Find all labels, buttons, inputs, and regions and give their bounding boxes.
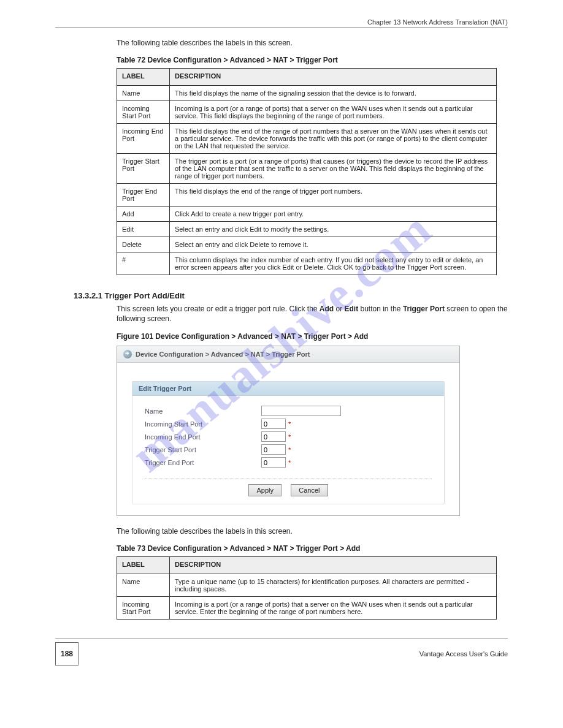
cancel-button[interactable]: Cancel xyxy=(291,484,327,496)
form-row-in-end: Incoming End Port * xyxy=(145,431,432,442)
cell: Select an entry and click Edit to modify… xyxy=(170,222,497,237)
form-row-trg-end: Trigger End Port * xyxy=(145,457,432,468)
page-number: 188 xyxy=(55,642,79,665)
cell: Click Add to create a new trigger port e… xyxy=(170,207,497,222)
footer-guide: Vantage Access User's Guide xyxy=(419,650,508,658)
cell: Incoming is a port (or a range of ports)… xyxy=(170,101,497,124)
col-desc: DESCRIPTION xyxy=(170,557,497,574)
figure-caption: Figure 101 Device Configuration > Advanc… xyxy=(117,332,508,341)
table-row: Incoming Start PortIncoming is a port (o… xyxy=(117,101,497,124)
table-row: EditSelect an entry and click Edit to mo… xyxy=(117,222,497,237)
text-bold: Edit xyxy=(344,305,358,313)
col-label: LABEL xyxy=(117,69,170,86)
text: or xyxy=(334,305,344,313)
apply-button[interactable]: Apply xyxy=(248,484,282,496)
arrow-circle-icon xyxy=(123,350,132,358)
table-row: DeleteSelect an entry and click Delete t… xyxy=(117,237,497,252)
cell: Incoming Start Port xyxy=(117,101,170,124)
cell: The trigger port is a port (or a range o… xyxy=(170,154,497,184)
label-in-end: Incoming End Port xyxy=(145,433,261,441)
required-asterisk: * xyxy=(288,433,291,441)
label-name: Name xyxy=(145,408,261,415)
table-row: Incoming Start PortIncoming is a port (o… xyxy=(117,597,497,620)
incoming-end-port-input[interactable] xyxy=(261,431,286,442)
intro-text-2: The following table describes the labels… xyxy=(117,527,508,536)
panel-title: Edit Trigger Port xyxy=(132,382,444,396)
label-trg-end: Trigger End Port xyxy=(145,459,261,466)
table-row: NameThis field displays the name of the … xyxy=(117,86,497,101)
name-input[interactable] xyxy=(261,406,341,416)
cell: Add xyxy=(117,207,170,222)
required-asterisk: * xyxy=(288,459,291,466)
trigger-end-port-input[interactable] xyxy=(261,457,286,468)
cell: This column displays the index number of… xyxy=(170,252,497,275)
form-row-trg-start: Trigger Start Port * xyxy=(145,444,432,455)
label-in-start: Incoming Start Port xyxy=(145,420,261,428)
cell: Incoming Start Port xyxy=(117,597,170,620)
breadcrumb: Device Configuration > Advanced > NAT > … xyxy=(117,346,459,363)
required-asterisk: * xyxy=(288,446,291,453)
table-row: Incoming End PortThis field displays the… xyxy=(117,124,497,154)
form-row-name: Name xyxy=(145,406,432,416)
table-row: Trigger End PortThis field displays the … xyxy=(117,184,497,207)
table-row: #This column displays the index number o… xyxy=(117,252,497,275)
table-row: NameType a unique name (up to 15 charact… xyxy=(117,574,497,597)
cell: Edit xyxy=(117,222,170,237)
trigger-start-port-input[interactable] xyxy=(261,444,286,455)
cell: This field displays the name of the sign… xyxy=(170,86,497,101)
table1: LABEL DESCRIPTION NameThis field display… xyxy=(117,68,497,275)
table-row: Trigger Start PortThe trigger port is a … xyxy=(117,154,497,184)
section-body: This screen lets you create or edit a tr… xyxy=(117,304,508,324)
table1-caption: Table 72 Device Configuration > Advanced… xyxy=(117,56,508,64)
cell: Trigger Start Port xyxy=(117,154,170,184)
divider xyxy=(145,479,432,479)
table2-caption: Table 73 Device Configuration > Advanced… xyxy=(117,544,508,553)
screenshot: Device Configuration > Advanced > NAT > … xyxy=(117,346,460,516)
cell: Trigger End Port xyxy=(117,184,170,207)
cell: Type a unique name (up to 15 characters)… xyxy=(170,574,497,597)
label-trg-start: Trigger Start Port xyxy=(145,446,261,453)
cell: This field displays the end of the range… xyxy=(170,184,497,207)
page-header: Chapter 13 Network Address Translation (… xyxy=(55,18,508,26)
form-row-in-start: Incoming Start Port * xyxy=(145,419,432,429)
text-bold: Trigger Port xyxy=(403,305,445,313)
col-desc: DESCRIPTION xyxy=(170,69,497,86)
required-asterisk: * xyxy=(288,420,291,428)
section-heading: 13.3.2.1 Trigger Port Add/Edit xyxy=(74,291,508,300)
cell: Delete xyxy=(117,237,170,252)
breadcrumb-text: Device Configuration > Advanced > NAT > … xyxy=(136,351,310,358)
incoming-start-port-input[interactable] xyxy=(261,419,286,429)
cell: Incoming End Port xyxy=(117,124,170,154)
table-row: AddClick Add to create a new trigger por… xyxy=(117,207,497,222)
text: button in the xyxy=(358,305,403,313)
intro-text: The following table describes the labels… xyxy=(117,39,508,47)
text: This screen lets you create or edit a tr… xyxy=(117,305,320,313)
cell: Name xyxy=(117,574,170,597)
text-bold: Add xyxy=(320,305,334,313)
table2: LABEL DESCRIPTION NameType a unique name… xyxy=(117,556,497,620)
cell: # xyxy=(117,252,170,275)
cell: Select an entry and click Delete to remo… xyxy=(170,237,497,252)
cell: This field displays the end of the range… xyxy=(170,124,497,154)
col-label: LABEL xyxy=(117,557,170,574)
panel: Edit Trigger Port Name Incoming Start Po… xyxy=(132,381,445,504)
cell: Incoming is a port (or a range of ports)… xyxy=(170,597,497,620)
cell: Name xyxy=(117,86,170,101)
